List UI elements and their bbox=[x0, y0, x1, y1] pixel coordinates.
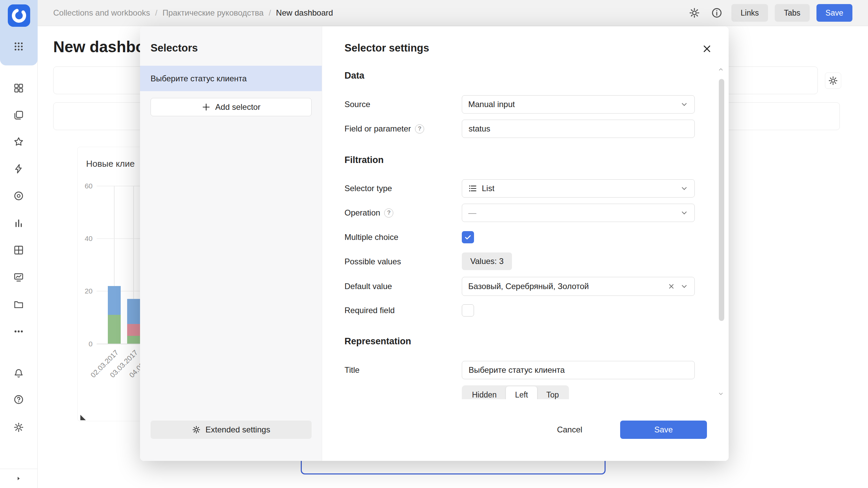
help-icon[interactable] bbox=[11, 391, 27, 408]
monitor-icon[interactable] bbox=[11, 269, 27, 285]
settings-icon bbox=[192, 425, 201, 434]
extended-settings-label: Extended settings bbox=[205, 425, 270, 434]
chart-bar bbox=[127, 299, 140, 344]
default-value-select[interactable]: Базовый, Серебряный, Золотой bbox=[462, 277, 695, 296]
chevron-down-icon bbox=[680, 282, 688, 290]
section-representation: Representation bbox=[344, 336, 411, 347]
chart-bar bbox=[108, 286, 121, 344]
values-button[interactable]: Values: 3 bbox=[462, 252, 512, 270]
title-position-row: Hidden Left Top bbox=[344, 385, 695, 399]
source-value: Manual input bbox=[468, 100, 515, 109]
source-label: Source bbox=[344, 100, 370, 109]
apps-grid-icon[interactable] bbox=[11, 38, 27, 55]
star-icon[interactable] bbox=[11, 134, 27, 150]
topbar-actions: Links Tabs Save bbox=[687, 4, 852, 22]
possible-values-row: Possible values Values: 3 bbox=[344, 252, 695, 271]
cancel-button[interactable]: Cancel bbox=[546, 421, 593, 439]
extended-settings-button[interactable]: Extended settings bbox=[151, 421, 312, 439]
operation-value: — bbox=[468, 208, 476, 218]
layers-icon[interactable] bbox=[11, 107, 27, 123]
row-settings-button[interactable] bbox=[825, 73, 841, 89]
scroll-up-icon[interactable] bbox=[717, 66, 725, 73]
plus-icon bbox=[202, 103, 211, 111]
chart-bar-segment bbox=[108, 315, 121, 344]
check-icon bbox=[464, 233, 472, 241]
widgets-icon[interactable] bbox=[11, 80, 27, 96]
multiple-choice-row: Multiple choice bbox=[344, 228, 695, 246]
datalens-logo[interactable] bbox=[8, 4, 30, 27]
settings-icon bbox=[828, 76, 838, 86]
breadcrumb: Collections and workbooks / Практические… bbox=[53, 8, 333, 18]
chevron-down-icon bbox=[680, 184, 688, 192]
settings-title: Selector settings bbox=[344, 42, 429, 54]
chart-title: Новые клие bbox=[86, 159, 135, 169]
breadcrumb-separator: / bbox=[155, 8, 157, 18]
sidebar bbox=[0, 0, 38, 488]
breadcrumb-separator: / bbox=[269, 8, 271, 18]
scrollbar-thumb[interactable] bbox=[719, 79, 724, 321]
position-option-hidden[interactable]: Hidden bbox=[463, 386, 506, 399]
field-label: Field or parameter bbox=[344, 124, 411, 134]
default-value-text: Базовый, Серебряный, Золотой bbox=[468, 282, 589, 291]
selectors-panel-title: Selectors bbox=[151, 42, 198, 54]
operation-label: Operation bbox=[344, 208, 380, 218]
field-input[interactable] bbox=[462, 120, 695, 138]
close-button[interactable] bbox=[699, 41, 714, 56]
default-value-row: Default value Базовый, Серебряный, Золот… bbox=[344, 277, 695, 296]
help-icon[interactable]: ? bbox=[384, 208, 393, 218]
dashboard-settings-button[interactable] bbox=[687, 5, 702, 21]
default-value-label: Default value bbox=[344, 282, 392, 291]
list-icon bbox=[468, 184, 477, 193]
lightning-icon[interactable] bbox=[11, 161, 27, 177]
title-row: Title bbox=[344, 361, 695, 379]
chevron-down-icon bbox=[680, 100, 688, 108]
chart-bar-segment bbox=[127, 324, 140, 336]
bell-icon[interactable] bbox=[11, 365, 27, 382]
selector-type-label: Selector type bbox=[344, 184, 392, 193]
selector-type-row: Selector type List bbox=[344, 179, 695, 198]
settings-icon bbox=[689, 7, 700, 19]
source-select[interactable]: Manual input bbox=[462, 95, 695, 114]
close-icon bbox=[702, 44, 712, 54]
table-icon[interactable] bbox=[11, 242, 27, 258]
breadcrumb-collections[interactable]: Collections and workbooks bbox=[53, 8, 150, 18]
info-button[interactable] bbox=[709, 5, 725, 21]
section-data: Data bbox=[344, 70, 364, 81]
links-button[interactable]: Links bbox=[731, 4, 768, 22]
multiple-choice-label: Multiple choice bbox=[344, 232, 398, 242]
resize-handle[interactable] bbox=[80, 415, 86, 420]
breadcrumb-workbook[interactable]: Практические руководства bbox=[162, 8, 263, 18]
operation-select[interactable]: — bbox=[462, 204, 695, 222]
selector-type-select[interactable]: List bbox=[462, 179, 695, 198]
breadcrumb-current: New dashboard bbox=[276, 8, 333, 18]
clear-icon[interactable] bbox=[667, 282, 675, 290]
scroll-down-icon[interactable] bbox=[717, 390, 725, 398]
selector-settings-panel: Selector settings Data Source Manual inp… bbox=[322, 26, 729, 461]
chart-icon[interactable] bbox=[11, 215, 27, 231]
tabs-button[interactable]: Tabs bbox=[775, 4, 810, 22]
title-input[interactable] bbox=[462, 361, 695, 379]
selector-settings-modal: Selectors Выберите статус клиента Add se… bbox=[140, 26, 729, 461]
title-position-segmented: Hidden Left Top bbox=[462, 385, 569, 399]
target-icon[interactable] bbox=[11, 188, 27, 204]
chart-bar-segment bbox=[108, 286, 121, 315]
folder-icon[interactable] bbox=[11, 296, 27, 312]
header-save-button[interactable]: Save bbox=[816, 4, 852, 22]
multiple-choice-checkbox[interactable] bbox=[462, 231, 474, 243]
more-icon[interactable] bbox=[11, 323, 27, 340]
selector-list-item[interactable]: Выберите статус клиента bbox=[140, 66, 322, 91]
title-label: Title bbox=[344, 365, 359, 375]
settings-icon[interactable] bbox=[11, 419, 27, 435]
help-icon[interactable]: ? bbox=[415, 124, 424, 134]
modal-save-button[interactable]: Save bbox=[620, 421, 707, 439]
add-selector-button[interactable]: Add selector bbox=[151, 98, 312, 116]
required-field-checkbox[interactable] bbox=[462, 304, 474, 317]
required-field-label: Required field bbox=[344, 306, 395, 315]
sidebar-expand[interactable] bbox=[0, 469, 37, 488]
position-option-top[interactable]: Top bbox=[537, 386, 568, 399]
position-option-left[interactable]: Left bbox=[506, 386, 537, 399]
possible-values-label: Possible values bbox=[344, 257, 401, 266]
add-selector-label: Add selector bbox=[215, 102, 260, 112]
source-row: Source Manual input bbox=[344, 95, 695, 114]
expand-icon bbox=[15, 475, 22, 482]
